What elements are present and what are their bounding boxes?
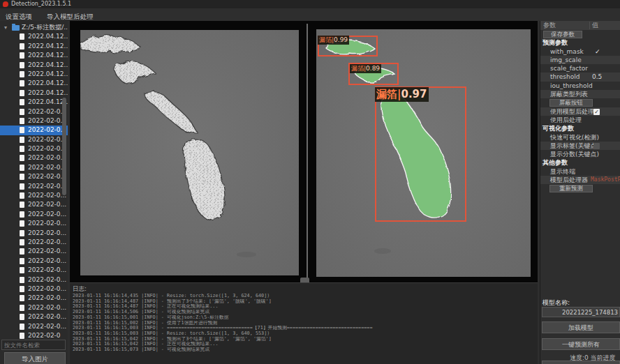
tree-item[interactable]: 2022-02-0... <box>0 247 68 256</box>
detection-label-2: 漏箔|0.89 <box>350 64 381 73</box>
detection-label-3: 漏箔|0.97 <box>375 87 429 102</box>
file-icon <box>20 239 24 245</box>
tree-item-label: 2022-02-0... <box>28 210 66 219</box>
tree-item-label: 2022-02-0... <box>28 312 66 321</box>
tree-item[interactable]: 2022.04.12... <box>0 51 68 60</box>
param-label: 模型后处理器 <box>550 176 588 184</box>
tree-item-label: 2022-02-0... <box>28 294 66 303</box>
tree-item-label: 2022.04.12... <box>28 61 68 70</box>
prediction-image-panel[interactable]: 漏箔|0.99 漏箔|0.89 漏箔|0.97 <box>316 29 531 277</box>
param-row: 显示分数(关键点) <box>540 150 620 158</box>
param-row: 快速可视化(检测) <box>540 133 620 142</box>
splitter-grip[interactable] <box>300 278 309 282</box>
import-images-button[interactable]: 导入图片 <box>4 352 66 364</box>
tree-item[interactable]: 2022-02-0... <box>0 229 68 238</box>
file-icon <box>20 33 24 40</box>
tree-item[interactable]: 2022-02-0... <box>0 210 68 219</box>
param-row: img_scale <box>540 56 620 64</box>
param-value: 0.5 <box>592 73 602 81</box>
checkbox-checked[interactable]: ✓ <box>593 109 600 115</box>
tree-item[interactable]: 2022-02-0... <box>0 257 68 266</box>
postprocess-params-button[interactable]: 后处理参数设置 <box>542 361 620 364</box>
tree-item[interactable]: 2022-02-0... <box>0 153 68 162</box>
tree-scrollbar-thumb[interactable] <box>62 98 66 195</box>
file-icon <box>20 248 24 255</box>
tree-item-label: 2022-02-0... <box>28 275 66 285</box>
checkbox-unchecked[interactable] <box>593 143 600 149</box>
tree-item[interactable]: 2022-02-0... <box>0 219 68 228</box>
tree-item[interactable]: 2022-02-0... <box>0 163 68 172</box>
param-row: scale_factor <box>540 64 620 73</box>
param-value: MaskPostPro <box>591 176 620 184</box>
file-icon <box>20 165 24 171</box>
tree-item[interactable]: 2022-02-0... <box>0 303 68 312</box>
tree-item[interactable]: 2022-02-0... <box>0 191 68 200</box>
param-row: 显示标签(关键点) <box>540 142 620 150</box>
param-label: threshold <box>550 73 580 81</box>
tree-item[interactable]: 2022-02-0... <box>0 116 68 126</box>
file-icon <box>20 137 24 143</box>
predict-all-button[interactable]: 一键预测所有 <box>542 338 620 350</box>
tree-item-label: 2022.04.12... <box>28 32 68 41</box>
param-row: 使用后处理 <box>540 116 620 124</box>
param-row: 屏蔽类型列表 <box>540 90 620 98</box>
param-column-header: 参数 <box>543 21 556 30</box>
tree-item[interactable]: 2022.04.12... <box>0 79 68 88</box>
tree-item[interactable]: 2022-02-0... <box>0 322 68 331</box>
tree-item-label: 2022.04.12... <box>28 51 68 60</box>
tree-item-label: 2022-02-0... <box>28 257 66 266</box>
menu-bar: 设置选项 导入模型后处理 <box>0 8 620 20</box>
tree-item[interactable]: 2022-02-0... <box>0 135 68 144</box>
tree-item[interactable]: 2022-02-0... <box>0 285 68 294</box>
param-button[interactable]: 重新预测 <box>549 185 593 192</box>
checkbox-checked[interactable]: ✓ <box>595 47 600 56</box>
param-row: 保存参数 <box>540 30 620 38</box>
log-line: 2023-01-11 16:16:14,435 |INFO| - Resize:… <box>73 294 533 299</box>
file-icon <box>20 183 24 190</box>
param-row: 使用模型后处理✓ <box>540 107 620 116</box>
search-input[interactable] <box>1 340 66 350</box>
tree-item[interactable]: 2022-02-0... <box>0 107 68 116</box>
source-image-panel[interactable] <box>80 30 299 275</box>
tree-item-label: 2022-02-0... <box>28 322 66 331</box>
param-label: 屏蔽类型列表 <box>550 90 588 98</box>
tree-item[interactable]: 2022-02-0... <box>0 144 68 153</box>
tree-item[interactable]: 2022-02-0... <box>0 312 68 321</box>
tree-item-label: 2022-02-0... <box>28 238 66 247</box>
tree-item[interactable]: 2022.04.12... <box>0 42 68 51</box>
param-row: 屏蔽按钮 <box>540 98 620 107</box>
tree-item-label: 2022-02-0... <box>28 107 66 116</box>
detection-bbox-3 <box>375 86 466 222</box>
param-label: iou_threshold <box>550 82 593 90</box>
caret-down-icon[interactable]: ▾ <box>4 23 7 32</box>
param-table-header: 参数 值 <box>540 21 620 30</box>
value-column-header: 值 <box>592 21 598 30</box>
source-image <box>80 30 299 275</box>
param-button[interactable]: 保存参数 <box>543 31 582 38</box>
tree-item[interactable]: 2022.04.12... <box>0 61 68 70</box>
tree-item[interactable]: 2022.04.12... <box>0 89 68 98</box>
param-button[interactable]: 屏蔽按钮 <box>549 99 593 107</box>
tree-root-folder[interactable]: ▾ Z:/5-标注数据/... <box>0 23 68 32</box>
param-label: 显示标签(关键点) <box>550 142 599 150</box>
tree-item[interactable]: 2022-02-0... <box>0 126 68 135</box>
tree-item[interactable]: 2022-02-0... <box>0 275 68 285</box>
tree-item[interactable]: 2022-02-0... <box>0 266 68 275</box>
tree-item[interactable]: 2022-02-0... <box>0 294 68 303</box>
tree-item[interactable]: 2022.04.12... <box>0 32 68 41</box>
load-model-button[interactable]: 加载模型 <box>542 321 620 333</box>
tree-item[interactable]: 2022.04.12... <box>0 70 68 79</box>
tree-item[interactable]: 2022-02-0... <box>0 200 68 209</box>
detection-label-1: 漏箔|0.99 <box>318 36 349 45</box>
tree-item[interactable]: 2022-02-0... <box>0 172 68 181</box>
log-line: 2023-01-11 16:16:14,487 |INFO| - 正在可视化预测… <box>73 304 533 310</box>
model-name-field[interactable]: 20221225_174813 <box>542 307 620 317</box>
panel-splitter[interactable] <box>307 24 308 279</box>
tree-item[interactable]: 2022.04.12... <box>0 98 68 107</box>
param-section-header: 其他参数 <box>540 158 620 167</box>
tree-item[interactable]: 2022-02-0... <box>0 182 68 191</box>
tree-item[interactable]: 2022-02-0... <box>0 238 68 247</box>
tree-item-label: 2022.04.12... <box>28 42 68 51</box>
folder-icon <box>12 25 20 31</box>
file-icon <box>20 80 24 86</box>
